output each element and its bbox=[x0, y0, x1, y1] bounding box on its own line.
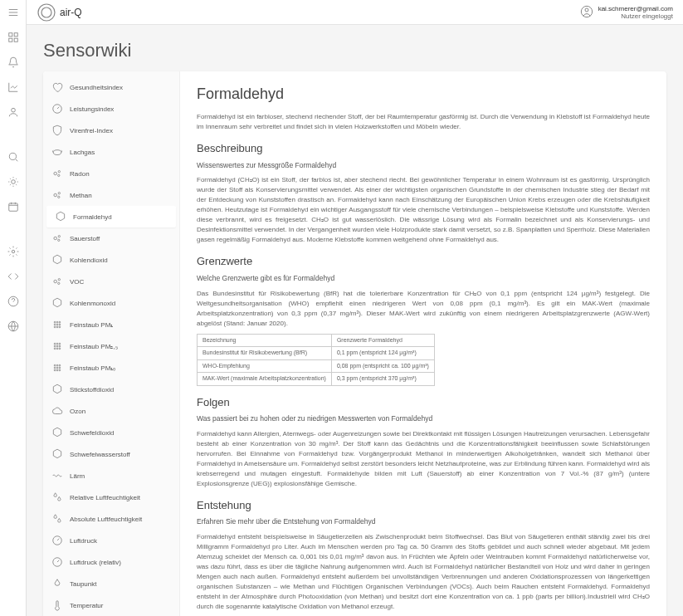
calendar-icon[interactable] bbox=[7, 201, 19, 214]
table-row: WHO-Empfehlung0,08 ppm (entspricht ca. 1… bbox=[198, 359, 435, 373]
hex-icon bbox=[51, 384, 63, 395]
bubbles-icon bbox=[51, 276, 63, 287]
svg-point-29 bbox=[54, 321, 56, 323]
gauge-icon bbox=[51, 556, 63, 568]
sidenav-item-label: Ozon bbox=[70, 408, 85, 415]
code-icon[interactable] bbox=[7, 271, 19, 284]
search-icon[interactable] bbox=[7, 151, 19, 164]
cloud-icon bbox=[51, 405, 63, 417]
svg-point-41 bbox=[54, 345, 56, 347]
settings-icon[interactable] bbox=[7, 246, 19, 259]
user-icon[interactable] bbox=[7, 106, 19, 120]
svg-point-53 bbox=[54, 369, 56, 371]
sidenav-item-label: Luftdruck (relativ) bbox=[70, 559, 121, 566]
sidenav-item-label: Taupunkt bbox=[70, 580, 96, 588]
svg-point-51 bbox=[56, 367, 58, 369]
svg-rect-7 bbox=[8, 203, 17, 211]
sidenav-item-9[interactable]: VOC bbox=[43, 271, 179, 292]
sidenav-item-24[interactable]: Temperatur bbox=[43, 594, 179, 616]
sidenav-item-22[interactable]: Luftdruck (relativ) bbox=[43, 551, 179, 573]
sidenav-item-8[interactable]: Kohlendioxid bbox=[43, 249, 179, 271]
svg-point-4 bbox=[11, 108, 15, 112]
page-title: Sensorwiki bbox=[43, 40, 666, 61]
sidenav-item-label: Formaldehyd bbox=[73, 213, 112, 221]
svg-rect-0 bbox=[8, 33, 12, 37]
sidenav-item-label: Kohlendioxid bbox=[70, 257, 108, 264]
sidenav-item-14[interactable]: Stickstoffdioxid bbox=[43, 379, 179, 400]
brand-logo[interactable]: air-Q bbox=[37, 2, 82, 22]
drop-icon bbox=[51, 578, 63, 589]
svg-rect-1 bbox=[14, 33, 17, 37]
gauge-icon bbox=[51, 103, 63, 115]
svg-point-21 bbox=[58, 193, 60, 194]
hex-icon bbox=[51, 427, 63, 438]
brightness-icon[interactable] bbox=[7, 176, 19, 189]
sidenav-item-label: Schwefelwasserstoff bbox=[70, 451, 130, 458]
hex-icon bbox=[51, 448, 63, 460]
sidenav-item-10[interactable]: Kohlenmonoxid bbox=[43, 292, 179, 314]
sidenav-item-label: Virenfrei-Index bbox=[70, 127, 113, 134]
svg-point-47 bbox=[54, 364, 56, 366]
section-heading-beschreibung: Beschreibung bbox=[197, 140, 650, 157]
sidenav-item-13[interactable]: Feinstaub PM₁₀ bbox=[43, 357, 179, 379]
table-cell: MAK-Wert (maximale Arbeitsplatzkonzentra… bbox=[198, 373, 332, 386]
sidenav-item-0[interactable]: Gesundheitsindex bbox=[43, 76, 179, 98]
sidenav-item-3[interactable]: Lachgas bbox=[43, 141, 179, 163]
hex-icon bbox=[51, 254, 63, 266]
chart-icon[interactable] bbox=[7, 81, 19, 95]
svg-point-11 bbox=[41, 7, 51, 17]
svg-point-49 bbox=[59, 364, 61, 366]
globe-icon[interactable] bbox=[7, 320, 19, 334]
svg-point-18 bbox=[58, 171, 60, 173]
help-icon[interactable] bbox=[7, 296, 19, 309]
sidenav-item-label: Feinstaub PM₁ bbox=[70, 321, 113, 329]
sidenav-item-label: Methan bbox=[70, 192, 92, 199]
svg-rect-2 bbox=[8, 38, 12, 42]
svg-point-38 bbox=[54, 343, 56, 345]
sidenav-item-label: Sauerstoff bbox=[70, 235, 100, 242]
sidenav-item-label: Feinstaub PM₂,₅ bbox=[70, 343, 118, 350]
bell-icon[interactable] bbox=[7, 56, 19, 70]
sidenav-item-16[interactable]: Schwefeldioxid bbox=[43, 422, 179, 443]
sidenav-item-18[interactable]: Lärm bbox=[43, 465, 179, 486]
section-sub-grenzwerte: Welche Grenzwerte gibt es für Formaldehy… bbox=[197, 273, 650, 284]
table-cell: 0,08 ppm (entspricht ca. 100 µg/m³) bbox=[331, 359, 434, 373]
table-row: Bundesinstitut für Risikobewertung (BfR)… bbox=[198, 347, 435, 360]
sidenav-item-12[interactable]: Feinstaub PM₂,₅ bbox=[43, 335, 179, 357]
svg-point-27 bbox=[58, 279, 60, 281]
sidenav-item-19[interactable]: Relative Luftfeuchtigkeit bbox=[43, 486, 179, 508]
sidenav-item-label: Kohlenmonoxid bbox=[70, 300, 115, 307]
sidenav-item-label: Luftdruck bbox=[70, 537, 97, 545]
sidenav-item-11[interactable]: Feinstaub PM₁ bbox=[43, 314, 179, 335]
svg-point-20 bbox=[54, 193, 57, 197]
sidenav-item-21[interactable]: Luftdruck bbox=[43, 530, 179, 551]
sidenav-item-label: Gesundheitsindex bbox=[70, 84, 123, 91]
sidenav-item-5[interactable]: Methan bbox=[43, 184, 179, 206]
sidenav-item-17[interactable]: Schwefelwasserstoff bbox=[43, 443, 179, 465]
sidenav-item-15[interactable]: Ozon bbox=[43, 400, 179, 422]
drops-icon bbox=[51, 491, 63, 503]
thermo-icon bbox=[51, 599, 63, 611]
svg-point-39 bbox=[56, 343, 58, 345]
user-menu[interactable]: kai.schmerer@gmail.com Nutzer eingeloggt bbox=[580, 5, 673, 20]
hex-icon bbox=[51, 297, 63, 309]
sidenav-item-label: Leistungsindex bbox=[70, 105, 114, 113]
wiki-panel: GesundheitsindexLeistungsindexVirenfrei-… bbox=[43, 71, 666, 616]
sidenav-item-label: Relative Luftfeuchtigkeit bbox=[70, 494, 140, 501]
svg-point-8 bbox=[12, 250, 15, 253]
user-status: Nutzer eingeloggt bbox=[621, 12, 673, 20]
sidenav-item-6[interactable]: Formaldehyd bbox=[46, 206, 176, 227]
section-body-entstehung: Formaldehyd entsteht beispielsweise in S… bbox=[197, 532, 650, 612]
sidenav-item-4[interactable]: Radon bbox=[43, 163, 179, 184]
sidenav-item-7[interactable]: Sauerstoff bbox=[43, 227, 179, 249]
sidenav-item-label: Radon bbox=[70, 170, 90, 178]
dashboard-icon[interactable] bbox=[7, 32, 19, 45]
article-intro: Formaldehyd ist ein farbloser, stechend … bbox=[197, 112, 650, 132]
sidenav-item-1[interactable]: Leistungsindex bbox=[43, 98, 179, 120]
sidenav-item-label: Temperatur bbox=[70, 602, 103, 609]
section-sub-beschreibung: Wissenswertes zur Messgröße Formaldehyd bbox=[197, 160, 650, 171]
sidenav-item-20[interactable]: Absolute Luftfeuchtigkeit bbox=[43, 508, 179, 530]
sidenav-item-2[interactable]: Virenfrei-Index bbox=[43, 120, 179, 141]
sidenav-item-23[interactable]: Taupunkt bbox=[43, 573, 179, 594]
menu-icon[interactable] bbox=[7, 7, 19, 20]
